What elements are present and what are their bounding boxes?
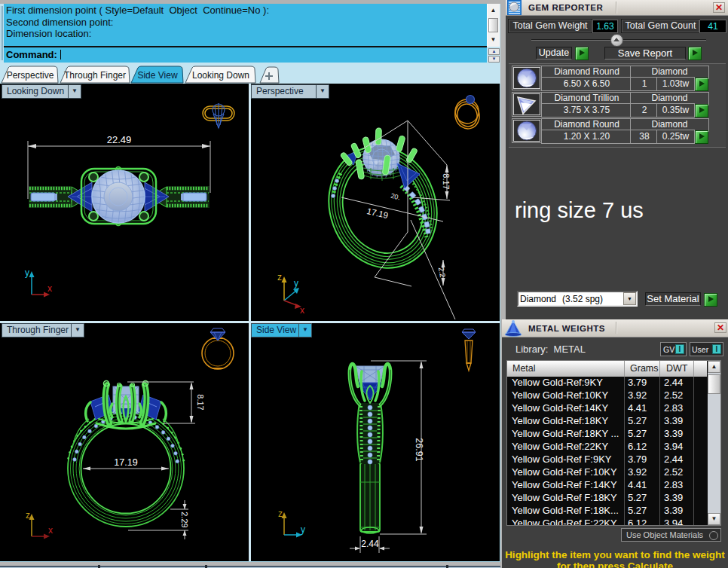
svg-text:x: x (300, 305, 304, 316)
svg-text:22.49: 22.49 (107, 134, 132, 145)
svg-text:y: y (294, 278, 298, 289)
svg-text:2.44: 2.44 (361, 539, 379, 549)
svg-text:2.29: 2.29 (180, 512, 189, 527)
svg-text:Through Finger: Through Finger (64, 70, 126, 81)
svg-text:Side View: Side View (137, 70, 177, 81)
svg-text:y: y (301, 524, 305, 535)
svg-text:z: z (278, 508, 283, 519)
svg-text:Looking Down: Looking Down (192, 70, 249, 81)
svg-text:17.19: 17.19 (114, 457, 137, 468)
svg-text:17.19: 17.19 (366, 206, 390, 220)
svg-text:Perspective: Perspective (7, 70, 54, 81)
svg-text:x: x (48, 525, 53, 536)
svg-text:y: y (25, 267, 29, 278)
svg-text:8.17: 8.17 (442, 173, 451, 189)
svg-text:2.2: 2.2 (437, 267, 447, 279)
svg-text:z: z (277, 272, 282, 282)
svg-text:x: x (47, 283, 52, 294)
svg-text:20.: 20. (390, 192, 400, 202)
svg-text:26.91: 26.91 (414, 438, 424, 461)
svg-text:8.17: 8.17 (196, 394, 205, 410)
svg-text:z: z (26, 510, 30, 521)
